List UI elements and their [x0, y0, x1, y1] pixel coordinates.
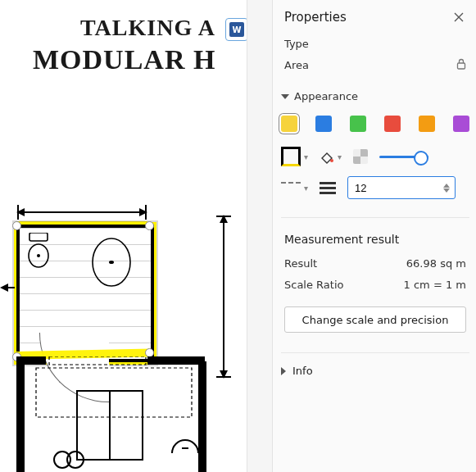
slider-thumb[interactable]	[414, 151, 428, 166]
swatch-purple[interactable]	[453, 116, 469, 132]
floor-plan-lower	[16, 356, 229, 471]
swatch-green[interactable]	[350, 116, 366, 132]
svg-rect-10	[29, 233, 48, 241]
line-style-picker[interactable]: ▾	[281, 182, 308, 193]
appearance-section-toggle[interactable]: Appearance	[273, 75, 476, 109]
step-up-button[interactable]	[443, 184, 450, 188]
opacity-icon	[353, 149, 368, 164]
gutter[interactable]	[247, 0, 273, 472]
measurement-heading: Measurement result	[284, 233, 466, 246]
area-label: Area	[284, 59, 309, 71]
svg-marker-16	[0, 284, 8, 292]
result-value: 66.98 sq m	[406, 257, 466, 270]
change-scale-button[interactable]: Change scale and precision	[284, 306, 466, 333]
divider	[281, 217, 469, 218]
chevron-down-icon: ▾	[338, 152, 342, 161]
fill-bucket-icon	[320, 151, 334, 162]
doc-title-line1: TALKING A	[80, 15, 215, 41]
line-endings-picker[interactable]	[320, 182, 336, 194]
line-endings-icon	[320, 182, 336, 194]
dimension-arrow-left	[0, 279, 15, 297]
info-section-toggle[interactable]: Info	[273, 358, 476, 384]
step-down-button[interactable]	[443, 188, 450, 193]
fill-color-picker[interactable]: ▾	[320, 151, 342, 162]
svg-rect-21	[49, 356, 146, 365]
divider	[281, 352, 469, 353]
svg-point-29	[330, 159, 333, 162]
swatch-orange[interactable]	[419, 116, 435, 132]
stroke-width-field[interactable]	[347, 176, 456, 199]
scale-label: Scale Ratio	[284, 279, 343, 291]
dashed-line-icon	[281, 182, 301, 193]
swatch-red[interactable]	[384, 116, 401, 132]
svg-rect-22	[36, 368, 192, 417]
stroke-color-picker[interactable]: ▾	[281, 147, 308, 166]
appearance-label: Appearance	[294, 90, 358, 102]
chevron-right-icon	[281, 367, 286, 375]
properties-panel: Properties Type Area Appearance	[273, 0, 476, 472]
stroke-width-input[interactable]	[353, 181, 424, 195]
chevron-down-icon: ▾	[304, 152, 308, 161]
svg-rect-18	[147, 356, 205, 365]
document-canvas[interactable]: TALKING A MODULAR H W	[0, 0, 247, 472]
swatch-yellow[interactable]	[281, 116, 297, 132]
chevron-down-icon	[281, 94, 289, 99]
doc-title-line2: MODULAR H	[33, 44, 215, 75]
sink-fixture	[90, 236, 133, 288]
svg-rect-20	[16, 361, 25, 472]
type-label: Type	[284, 38, 309, 50]
swatch-blue[interactable]	[315, 116, 332, 132]
selection-handle[interactable]	[12, 221, 21, 230]
chevron-down-icon: ▾	[304, 184, 308, 193]
info-label: Info	[292, 365, 313, 377]
selection-handle[interactable]	[145, 221, 154, 230]
svg-point-12	[37, 254, 40, 257]
scale-value: 1 cm = 1 m	[404, 279, 466, 291]
opacity-slider[interactable]	[379, 149, 428, 164]
opacity-picker[interactable]	[353, 149, 368, 164]
result-label: Result	[284, 257, 317, 270]
floor-plan	[0, 188, 247, 472]
word-app-badge[interactable]: W	[225, 18, 247, 41]
lock-icon[interactable]	[456, 58, 466, 72]
toilet-fixture	[26, 233, 51, 269]
color-swatches	[273, 109, 476, 142]
close-panel-button[interactable]	[451, 10, 466, 25]
svg-rect-28	[458, 63, 465, 69]
svg-rect-19	[198, 361, 206, 472]
stroke-icon	[281, 147, 301, 166]
word-icon: W	[229, 22, 244, 37]
svg-point-14	[109, 261, 114, 264]
panel-title: Properties	[284, 10, 347, 25]
